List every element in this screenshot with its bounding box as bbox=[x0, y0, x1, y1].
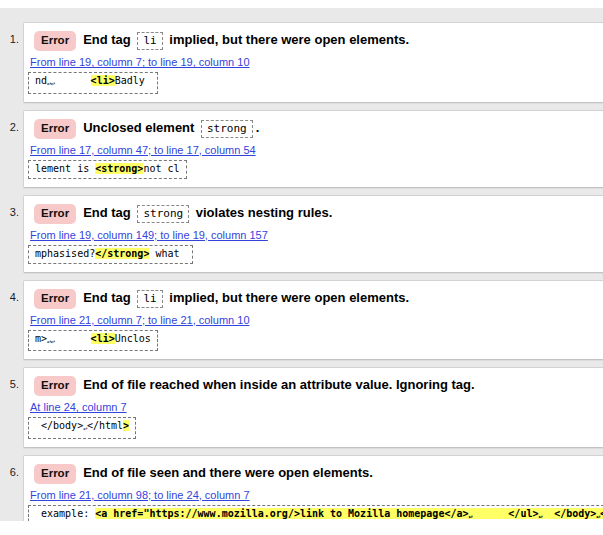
message-text: End tag strong violates nesting rules. bbox=[83, 205, 332, 220]
error-message: ErrorEnd tag li implied, but there were … bbox=[28, 288, 603, 309]
source-location-link[interactable]: At line 24, column 7 bbox=[30, 401, 127, 413]
error-card: ErrorEnd tag strong violates nesting rul… bbox=[23, 195, 603, 273]
linebreak-glyph: ↩ bbox=[469, 512, 473, 520]
error-badge: Error bbox=[34, 119, 76, 139]
error-badge: Error bbox=[34, 31, 76, 51]
error-card: ErrorEnd tag li implied, but there were … bbox=[23, 280, 603, 361]
snippet-wrap: m>↩↩ <li>Unclos bbox=[28, 330, 603, 352]
source-location-link[interactable]: From line 19, column 7; to line 19, colu… bbox=[30, 56, 250, 68]
snippet-pre: lement is bbox=[35, 163, 95, 174]
error-number: 2. bbox=[4, 110, 19, 133]
linebreak-glyph: ↩ bbox=[596, 512, 600, 520]
error-list: 1. ErrorEnd tag li implied, but there we… bbox=[0, 8, 603, 521]
message-code: strong bbox=[137, 205, 189, 223]
snippet-highlight: <li> bbox=[91, 333, 115, 344]
error-row: 1. ErrorEnd tag li implied, but there we… bbox=[4, 22, 603, 103]
message-text: End tag li implied, but there were open … bbox=[83, 32, 409, 47]
message-text-pre: Unclosed element bbox=[83, 120, 198, 135]
code-snippet: example: <a href="https://www.mozilla.or… bbox=[28, 505, 603, 522]
source-location-link[interactable]: From line 19, column 149; to line 19, co… bbox=[30, 229, 268, 241]
snippet-highlight: > bbox=[123, 420, 129, 431]
linebreak-glyph: ↩ bbox=[51, 337, 55, 345]
code-snippet: mphasised?</strong> what bbox=[28, 245, 193, 264]
error-card: ErrorEnd of file reached when inside an … bbox=[23, 367, 603, 448]
error-card: ErrorEnd of file seen and there were ope… bbox=[23, 455, 603, 522]
linebreak-glyph: ↩ bbox=[83, 425, 87, 433]
error-message: ErrorEnd tag li implied, but there were … bbox=[28, 30, 603, 51]
error-number: 3. bbox=[4, 195, 19, 218]
snippet-pre: nd↩↩ bbox=[35, 75, 91, 86]
source-location: From line 19, column 149; to line 19, co… bbox=[28, 228, 603, 241]
message-text-pre: End of file seen and there were open ele… bbox=[83, 465, 373, 480]
snippet-wrap: mphasised?</strong> what bbox=[28, 245, 603, 264]
source-location: From line 21, column 7; to line 21, colu… bbox=[28, 313, 603, 326]
message-text-pre: End tag bbox=[83, 205, 134, 220]
error-badge: Error bbox=[34, 289, 76, 309]
error-number: 5. bbox=[4, 367, 19, 390]
message-text-pre: End tag bbox=[83, 32, 134, 47]
error-message: ErrorEnd tag strong violates nesting rul… bbox=[28, 203, 603, 224]
error-row: 2. ErrorUnclosed element strong. From li… bbox=[4, 110, 603, 188]
error-message: ErrorEnd of file seen and there were ope… bbox=[28, 463, 603, 484]
source-location: At line 24, column 7 bbox=[28, 400, 603, 413]
snippet-pre: </body>↩</html bbox=[35, 420, 123, 431]
error-badge: Error bbox=[34, 376, 76, 396]
error-row: 3. ErrorEnd tag strong violates nesting … bbox=[4, 195, 603, 273]
error-row: 5. ErrorEnd of file reached when inside … bbox=[4, 367, 603, 448]
snippet-pre: example: bbox=[35, 508, 95, 519]
code-snippet: m>↩↩ <li>Unclos bbox=[28, 330, 158, 352]
snippet-highlight: <li> bbox=[91, 75, 115, 86]
source-location: From line 17, column 47; to line 17, col… bbox=[28, 143, 603, 156]
source-location-link[interactable]: From line 21, column 98; to line 24, col… bbox=[30, 489, 250, 501]
snippet-wrap: example: <a href="https://www.mozilla.or… bbox=[28, 505, 603, 522]
validator-results-panel: 1. ErrorEnd tag li implied, but there we… bbox=[0, 8, 603, 521]
linebreak-glyph: ↩ bbox=[51, 80, 55, 88]
error-badge: Error bbox=[34, 464, 76, 484]
error-badge: Error bbox=[34, 204, 76, 224]
error-row: 4. ErrorEnd tag li implied, but there we… bbox=[4, 280, 603, 361]
error-message: ErrorUnclosed element strong. bbox=[28, 118, 603, 139]
source-location: From line 21, column 98; to line 24, col… bbox=[28, 488, 603, 501]
message-code: li bbox=[137, 32, 162, 50]
snippet-highlight: <strong> bbox=[95, 163, 143, 174]
code-snippet: nd↩↩ <li>Badly bbox=[28, 72, 158, 94]
error-number: 1. bbox=[4, 22, 19, 45]
message-text: End of file seen and there were open ele… bbox=[83, 465, 373, 480]
snippet-pre: mphasised? bbox=[35, 248, 95, 259]
error-number: 6. bbox=[4, 455, 19, 478]
snippet-pre: m>↩↩ bbox=[35, 333, 91, 344]
message-code: li bbox=[137, 290, 162, 308]
code-snippet: lement is <strong>not cl bbox=[28, 160, 187, 179]
source-location-link[interactable]: From line 21, column 7; to line 21, colu… bbox=[30, 314, 250, 326]
snippet-wrap: </body>↩</html> bbox=[28, 417, 603, 439]
snippet-wrap: lement is <strong>not cl bbox=[28, 160, 603, 179]
message-text: Unclosed element strong. bbox=[83, 120, 259, 135]
message-text-post: . bbox=[256, 120, 260, 135]
snippet-highlight: <a href="https://www.mozilla.org/>link t… bbox=[95, 508, 603, 519]
snippet-post: Badly bbox=[115, 75, 151, 86]
message-text-post: implied, but there were open elements. bbox=[166, 290, 409, 305]
message-code: strong bbox=[201, 120, 253, 138]
snippet-post: Unclos bbox=[115, 333, 151, 344]
snippet-post: not cl bbox=[143, 163, 179, 174]
message-text-post: violates nesting rules. bbox=[192, 205, 332, 220]
snippet-post: what bbox=[149, 248, 185, 259]
source-location: From line 19, column 7; to line 19, colu… bbox=[28, 55, 603, 68]
message-text: End of file reached when inside an attri… bbox=[83, 377, 475, 392]
snippet-wrap: nd↩↩ <li>Badly bbox=[28, 72, 603, 94]
error-card: ErrorUnclosed element strong. From line … bbox=[23, 110, 603, 188]
source-location-link[interactable]: From line 17, column 47; to line 17, col… bbox=[30, 144, 256, 156]
error-card: ErrorEnd tag li implied, but there were … bbox=[23, 22, 603, 103]
snippet-highlight: </strong> bbox=[95, 248, 149, 259]
message-text-pre: End tag bbox=[83, 290, 134, 305]
error-number: 4. bbox=[4, 280, 19, 303]
code-snippet: </body>↩</html> bbox=[28, 417, 136, 439]
message-text-post: implied, but there were open elements. bbox=[166, 32, 409, 47]
message-text: End tag li implied, but there were open … bbox=[83, 290, 409, 305]
message-text-pre: End of file reached when inside an attri… bbox=[83, 377, 475, 392]
linebreak-glyph: ↩ bbox=[538, 512, 542, 520]
error-row: 6. ErrorEnd of file seen and there were … bbox=[4, 455, 603, 522]
error-message: ErrorEnd of file reached when inside an … bbox=[28, 375, 603, 396]
